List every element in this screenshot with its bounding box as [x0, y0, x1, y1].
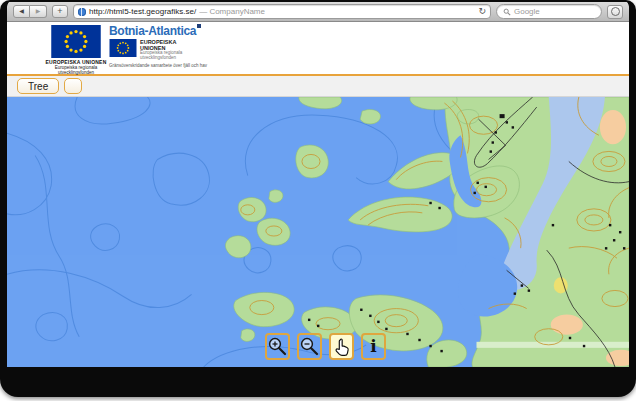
new-tab-button[interactable]: + [52, 5, 68, 18]
zoom-out-magnifier-icon [300, 337, 319, 356]
app-button-bar: Tree [7, 76, 629, 97]
search-icon [503, 8, 511, 16]
info-tool[interactable]: i [361, 333, 386, 360]
toolbar-extra-button[interactable] [607, 5, 623, 19]
logo-header: EUROPEISKA UNIONEN Europeiska regionala … [7, 22, 629, 74]
url-page-title: — CompanyName [199, 7, 265, 16]
zoom-in-tool[interactable] [265, 333, 290, 360]
tree-button[interactable]: Tree [17, 78, 59, 94]
reload-icon[interactable]: ↻ [478, 7, 486, 16]
info-icon: i [370, 338, 376, 355]
circle-icon [611, 7, 620, 16]
forward-button[interactable]: ▶ [30, 5, 47, 18]
zoom-in-magnifier-icon [268, 337, 287, 356]
browser-window: ◀ ▶ + http://html5-test.geografiks.se/ —… [0, 0, 636, 397]
map-canvas[interactable]: i [7, 97, 629, 367]
globe-favicon-icon [78, 8, 86, 16]
map-art [7, 97, 629, 367]
search-placeholder: Google [514, 7, 540, 16]
browser-toolbar: ◀ ▶ + http://html5-test.geografiks.se/ —… [7, 2, 629, 22]
eu-flag-icon [47, 25, 105, 58]
eu-logo-subtitle: Europeiska regionala utvecklingsfonden [37, 65, 115, 75]
eu-flag-small-icon [109, 39, 137, 57]
url-text: http://html5-test.geografiks.se/ [89, 7, 196, 16]
search-input[interactable]: Google [496, 4, 602, 19]
pan-tool[interactable] [329, 333, 354, 360]
zoom-out-tool[interactable] [297, 333, 322, 360]
empty-button[interactable] [64, 78, 82, 94]
map-toolbar: i [265, 333, 386, 360]
address-bar[interactable]: http://html5-test.geografiks.se/ — Compa… [73, 4, 491, 19]
botnia-fund-line2: utvecklingsfonden [140, 56, 182, 61]
botnia-tagline: Gränsöverskridande samarbete över fjäll … [109, 63, 229, 68]
hand-icon [333, 337, 351, 357]
botnia-square-icon [197, 24, 201, 28]
botnia-atlantica-logo-block: Botnia-Atlantica EUROPEISKA UNIONEN Euro… [109, 24, 229, 68]
eu-logo-block: EUROPEISKA UNIONEN Europeiska regionala … [37, 25, 115, 75]
botnia-atlantica-title: Botnia-Atlantica [109, 24, 229, 38]
nav-button-group: ◀ ▶ [13, 5, 47, 18]
back-button[interactable]: ◀ [13, 5, 30, 18]
